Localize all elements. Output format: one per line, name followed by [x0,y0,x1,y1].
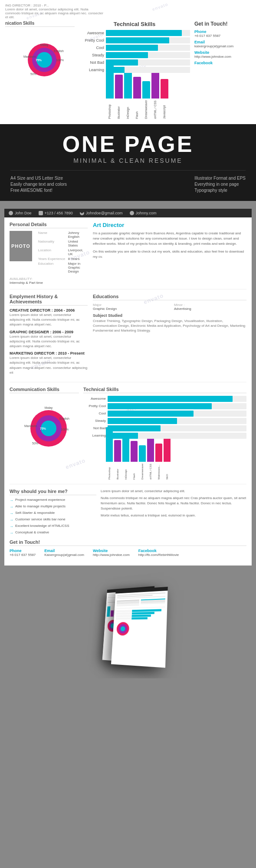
email-label: Email [194,40,251,44]
why-para-2: Nulla commodo tristique mi ac aliquam ma… [101,496,246,511]
vbar-dreamweaver: Dreamweaver [142,81,150,119]
why-text-5: Excellent knowledge of HTML/CSS [15,524,69,528]
resume-page: envato envato envato envato envato John … [4,209,252,566]
preview-section [0,574,256,678]
avail-label: AVAILABILITY: [10,277,88,281]
banner-features-left: A4 Size and US Letter Size Easily change… [10,176,67,194]
arrow-icon-4: → [10,518,13,522]
lower-bar-label-cool: Cool [83,411,106,415]
detail-education: Education Major in Graphic Design [38,262,88,273]
why-item-5: → Excellent knowledge of HTML/CSS [10,524,96,529]
bar-row-awesome: Awesome [79,30,190,36]
lower-vbar-fill-seo [164,438,171,462]
vbar-label-dreamweaver: Dreamweaver [142,99,150,119]
lower-phone-label: Phone [10,549,36,553]
lower-email-label: Email [44,549,84,553]
top-two-col: Personal Details PHOTO Name Johnny Engli… [10,222,246,285]
lower-website-val: http://www.johndoe.com [93,553,130,557]
why-section-left: Why should you hire me? → Project manage… [10,489,96,537]
minor-val: Advertising [174,307,246,311]
preview-card-front [111,587,168,668]
comm-skills-title: nication Skills [5,21,75,27]
why-item-2: → Able to manage multiple projects [10,504,96,509]
lower-bar-fill-steady [108,418,177,424]
pf-bl-3 [116,615,131,617]
bar-track [106,30,190,36]
pf-bf-3 [131,615,151,617]
website-label: Website [194,50,251,55]
banner-subtitle: MINIMAL & CLEAN RESUME [10,157,246,164]
name-val: Johnny English [68,231,88,239]
arrow-icon-6: → [10,531,13,535]
lower-email: Email Kaixergroup(at)gmail.com [44,549,84,557]
lower-bar-label-prettycool: Pretty Cool [83,404,106,408]
divider-1 [10,289,246,289]
lower-bar-track-6 [108,433,246,439]
preview-cards [89,587,167,665]
lower-comm-skills: Communication Skills Malay English Manda… [10,387,79,480]
lower-facebook: Facebook http://fb.com/RebirthMovie [138,549,179,557]
lower-vbar-fill-dreamweaver [139,445,146,462]
lower-vbar-fill-waitresses [155,444,162,462]
vbar-javascript: Javascript [161,79,168,119]
prev-bar-1 [107,606,110,617]
bar-track-4 [106,52,190,58]
major-label: Major [93,303,165,307]
pie-malay-label: Malay [40,43,49,47]
pie-chart: Malay English Mandarin 75% 100% 50% [10,30,70,77]
job-marketing: MARKETING DIRECTOR : 2010 - Present Lore… [10,351,88,375]
why-para-3: Morbi metus tellus, euismod a tristique … [101,513,246,518]
why-right-text: Lorem ipsum dolor sit amet, consectetur … [101,489,246,537]
vbar-fill-dreamweaver [142,81,150,99]
bar-fill-learning [106,67,125,73]
pie-english-label: English [54,49,64,53]
edu-major-minor: Major Graphic Design Minor : Advertising [93,303,246,311]
lower-tech-skills: Technical Skills Awesome Pretty Cool [83,387,246,480]
edu-major: Major Graphic Design [93,303,165,311]
why-text-1: Project management experience [15,498,65,502]
lower-vbar-seo: SEO [164,438,171,480]
emp-edu-col: Emplyment History & Achievements CREATIV… [10,294,246,378]
subject-title: Subject Studied [93,313,246,318]
vbar-label-flash: Flash [133,99,141,119]
why-item-4: → Customer service skills bar none [10,517,96,522]
why-item-3: → Self-Starter & responsible [10,511,96,516]
gap-section [0,201,256,209]
divider-3 [10,484,246,484]
personal-details-section: Personal Details PHOTO Name Johnny Engli… [10,222,88,285]
lower-bar-fill-cool [108,411,194,417]
lower-vbar-illustrator: Illustrator [114,440,121,480]
lower-tech-title: Technical Skills [83,387,246,393]
minor-label: Minor : [174,303,246,307]
lower-vbar-label-seo: SEO [166,462,168,480]
lower-bar-notbad: Not Bad [83,425,246,431]
nationality-key: Nationality [38,240,66,247]
lower-phone-val: +6 017 637 5587 [10,553,36,557]
lower-vbar-flash: Flash [131,441,138,480]
preview-front-left [117,600,139,607]
lower-pie-mandarin: Mandarin [24,424,37,427]
header-phone-item: +123 / 456 7890 [39,211,73,215]
bar-track-6 [106,67,190,73]
vbar-label-xhtml: xHTML / CSS [151,99,159,119]
why-item-6: → Conceptual & creative [10,530,96,535]
personal-details-rows: Name Johnny English Nationality United S… [38,231,88,274]
years-key: Years Experience [38,257,66,261]
arrow-icon-1: → [10,498,13,503]
banner-features: A4 Size and US Letter Size Easily change… [10,170,246,194]
job-title-3: MARKETING DIRECTOR : 2010 - Present [10,351,88,355]
detail-nationality: Nationality United States [38,240,88,247]
art-director-text2: On this website you are able to check ou… [93,249,246,260]
avail-val: Internship & Part time [10,281,88,285]
prev-bar-2 [110,610,114,616]
bar-label-steady: Steady [79,53,104,57]
bar-label-awesome: Awesome [79,31,104,35]
bar-track-2 [106,37,190,43]
employment-section: Emplyment History & Achievements CREATIV… [10,294,88,378]
bar-label-prettycool: Pretty Cool [79,38,104,43]
lower-vbar-fill-photoshop [106,427,113,462]
why-item-1: → Project management experience [10,498,96,503]
detail-name: Name Johnny English [38,231,88,239]
job-body-3: Lorem ipsum dolor sit amet, consectetur … [10,355,88,375]
bar-label-cool: Cool [79,46,104,50]
